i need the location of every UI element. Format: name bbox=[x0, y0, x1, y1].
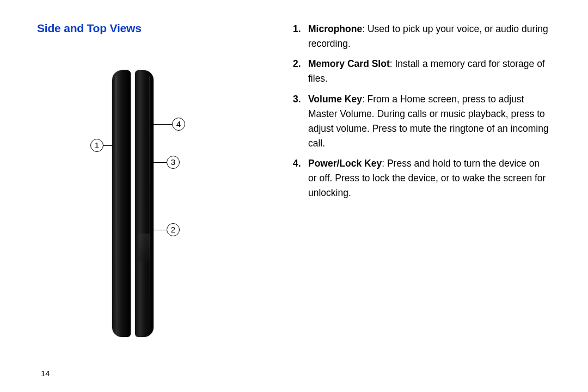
memory-slot-region bbox=[138, 234, 150, 261]
leader-3 bbox=[154, 162, 167, 163]
term: Volume Key bbox=[308, 94, 362, 105]
callout-3: 3 bbox=[167, 156, 180, 169]
left-column: Side and Top Views 1 4 3 2 bbox=[37, 22, 277, 381]
section-heading: Side and Top Views bbox=[37, 22, 277, 35]
list-item: Memory Card Slot: Install a memory card … bbox=[293, 57, 550, 86]
page-number: 14 bbox=[41, 369, 50, 378]
feature-list: Microphone: Used to pick up your voice, … bbox=[293, 22, 550, 200]
leader-1 bbox=[103, 145, 113, 146]
list-item: Microphone: Used to pick up your voice, … bbox=[293, 22, 550, 51]
term: Memory Card Slot bbox=[308, 58, 390, 69]
callout-4: 4 bbox=[172, 118, 185, 131]
leader-2 bbox=[154, 230, 167, 230]
list-item: Volume Key: From a Home screen, press to… bbox=[293, 92, 550, 151]
term: Microphone bbox=[308, 23, 362, 34]
manual-page: Side and Top Views 1 4 3 2 Microphone: U… bbox=[0, 0, 588, 392]
device-diagram: 1 4 3 2 bbox=[81, 68, 255, 351]
device-side-right bbox=[135, 70, 154, 337]
right-column: Microphone: Used to pick up your voice, … bbox=[293, 22, 555, 381]
term: Power/Lock Key bbox=[308, 158, 382, 169]
device-side-left bbox=[112, 70, 131, 337]
callout-2: 2 bbox=[167, 223, 180, 236]
callout-1: 1 bbox=[90, 139, 103, 152]
list-item: Power/Lock Key: Press and hold to turn t… bbox=[293, 156, 550, 200]
leader-4 bbox=[154, 124, 172, 125]
